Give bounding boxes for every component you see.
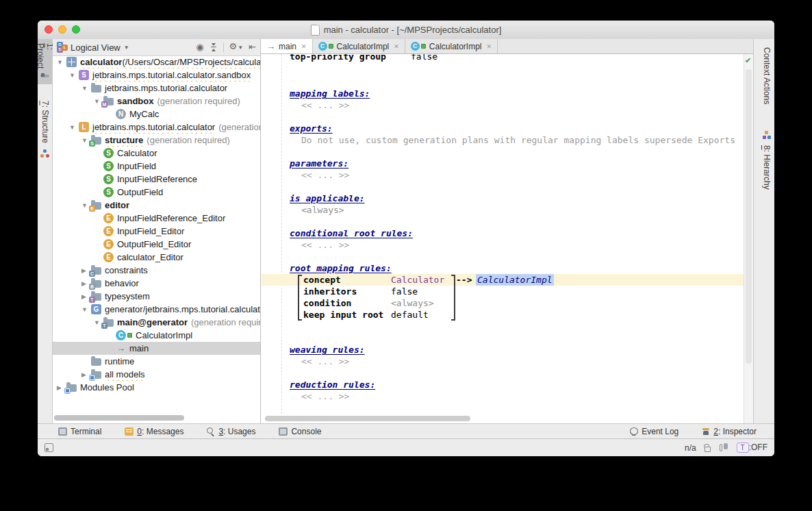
root-mapping-rule[interactable]: conceptCalculator inheritorsfalse condit… [298, 274, 572, 322]
mapping-configuration-editor[interactable]: top-priority groupfalse mapping labels: … [261, 54, 744, 414]
tree-row-editor-inputfield[interactable]: E InputField_Editor [53, 225, 260, 238]
parameters-placeholder[interactable]: << ... >> [301, 169, 349, 181]
tab-main[interactable]: → main ✕ [261, 39, 313, 53]
tree-row-behavior[interactable]: ▶ B behavior [53, 277, 260, 290]
tree-row-all-models[interactable]: ▶ all models [53, 368, 260, 381]
close-icon[interactable]: ✕ [301, 43, 307, 50]
tool-button-hierarchy[interactable]: 8: Hierarchy [757, 125, 774, 201]
view-selector[interactable]: Logical View [71, 42, 120, 53]
editor-horizontal-scrollbar[interactable] [261, 416, 744, 422]
memory-indicator[interactable]: n/a [685, 443, 696, 453]
tree-row-modules-pool[interactable]: ▶ Modules Pool [53, 381, 260, 394]
tree-row-editor-aspect[interactable]: ▼ E editor [53, 199, 260, 212]
tree-horizontal-scrollbar[interactable] [54, 415, 184, 421]
logical-view-icon: DSL [57, 42, 68, 53]
folder-icon [91, 85, 101, 92]
mapping-labels-placeholder[interactable]: << ... >> [301, 99, 349, 111]
tool-button-messages[interactable]: 0: Messages [125, 427, 183, 436]
inspector-icon [702, 427, 710, 436]
locate-icon[interactable]: ◉ [196, 42, 203, 53]
chevron-expanded-icon[interactable]: ▼ [81, 306, 91, 313]
readonly-toggle[interactable]: T:OFF [737, 443, 767, 453]
tree-row-sandbox-solution[interactable]: ▼ S jetbrains.mps.tutorial.calculator.sa… [53, 68, 260, 82]
conditional-root-rules-placeholder[interactable]: << ... >> [301, 239, 349, 251]
tool-button-console[interactable]: Console [279, 427, 321, 436]
rule-row-inheritors[interactable]: inheritorsfalse [303, 286, 418, 297]
highlighting-level-icon[interactable] [719, 443, 728, 452]
tree-row-concept-inputfield[interactable]: S InputField [53, 160, 260, 173]
solution-icon: S [79, 70, 89, 80]
tool-button-structure[interactable]: 7: Structure [38, 97, 52, 172]
chevron-expanded-icon[interactable]: ▼ [81, 85, 91, 92]
exports-header: exports: [290, 123, 333, 134]
tree-row-main-selected[interactable]: → main [53, 342, 260, 355]
chevron-expanded-icon[interactable]: ▼ [69, 124, 79, 131]
tree-row-generator[interactable]: ▼ G generator/jetbrains.mps.tutorial.cal… [53, 303, 260, 316]
chevron-expanded-icon[interactable]: ▼ [69, 72, 79, 79]
rule-arrow: --> [456, 274, 472, 286]
tree-row-structure[interactable]: ▼ S structure (generation required) [53, 134, 260, 147]
tree-row-calculator-project[interactable]: ▼ calculator (/Users/Oscar/MPSProjects/c… [53, 55, 260, 68]
generator-icon: G [91, 304, 101, 314]
chevron-expanded-icon[interactable]: ▼ [57, 59, 66, 66]
tool-window-bar: Terminal 0: Messages 3: Usages Console E… [38, 423, 774, 438]
tree-row-folder-calculator[interactable]: ▼ jetbrains.mps.tutorial.calculator [53, 82, 260, 95]
tree-row-editor-outputfield[interactable]: E OutputField_Editor [53, 238, 260, 251]
close-icon[interactable]: ✕ [394, 43, 399, 50]
project-tool-icon [40, 75, 49, 77]
class-icon: C [318, 42, 333, 51]
hierarchy-icon [763, 131, 771, 139]
root-mapping-rules-header: root mapping rules: [290, 262, 392, 274]
hide-panel-icon[interactable]: ⇤ [249, 42, 256, 53]
editor-vertical-scrollbar[interactable] [746, 69, 752, 364]
event-log-icon [630, 427, 638, 436]
tool-button-project[interactable]: 1: Project [38, 39, 52, 84]
search-icon [207, 427, 215, 436]
class-icon: C [411, 42, 426, 51]
editor-icon: E [103, 213, 114, 223]
tree-row-concept-outputfield[interactable]: S OutputField [53, 186, 260, 199]
rule-row-condition[interactable]: condition<always> [303, 297, 434, 309]
tree-row-typesystem[interactable]: ▶ T typesystem [53, 290, 260, 303]
tab-calculatorimpl-2[interactable]: C CalculatorImpl ✕ [405, 39, 498, 53]
chevron-down-icon[interactable]: ▼ [124, 45, 129, 51]
tree-row-calculatorimpl[interactable]: C CalculatorImpl [53, 329, 260, 342]
rule-row-concept[interactable]: conceptCalculator [303, 274, 444, 286]
rule-row-keep-input-root[interactable]: keep input rootdefault [303, 309, 429, 321]
toggle-tool-buttons-icon[interactable] [45, 443, 53, 452]
is-applicable-value[interactable]: <always> [301, 204, 344, 216]
tree-row-concept-calculator[interactable]: S Calculator [53, 147, 260, 160]
editor-error-stripe[interactable]: ✔ [744, 54, 753, 423]
editor-icon: E [103, 239, 114, 249]
tree-row-main-generator-model[interactable]: ▼ T main@generator (generation required) [53, 316, 260, 329]
toolbar-divider [223, 42, 224, 52]
tool-button-usages[interactable]: 3: Usages [207, 427, 255, 436]
tree-row-language[interactable]: ▼ L jetbrains.mps.tutorial.calculator (g… [53, 121, 260, 134]
tree-row-concept-inputfieldreference[interactable]: S InputFieldReference [53, 173, 260, 186]
weaving-rules-placeholder[interactable]: << ... >> [301, 356, 349, 367]
mapping-configuration-icon: → [266, 41, 275, 51]
tool-button-context-actions[interactable]: Context Actions [757, 42, 774, 117]
close-icon[interactable]: ✕ [487, 43, 492, 50]
left-tool-stripe: 1: Project 7: Structure [38, 39, 53, 423]
tool-button-event-log[interactable]: Event Log [630, 427, 678, 436]
tab-calculatorimpl-1[interactable]: C CalculatorImpl ✕ [313, 39, 405, 53]
tree-row-runtime[interactable]: runtime [53, 355, 260, 368]
editor-area: → main ✕ C CalculatorImpl ✕ C Calculator… [261, 39, 753, 423]
top-priority-group-line[interactable]: top-priority groupfalse [290, 54, 437, 62]
tree-row-constraints[interactable]: ▶ C constraints [53, 264, 260, 277]
unlock-icon[interactable] [705, 447, 711, 452]
tree-row-sandbox-model[interactable]: ▼ M sandbox (generation required) [53, 95, 260, 108]
tool-button-terminal[interactable]: Terminal [58, 427, 101, 436]
modules-pool-icon [66, 384, 77, 392]
structure-tool-icon [40, 149, 49, 158]
tool-button-inspector[interactable]: 2: Inspector [702, 427, 757, 436]
reduction-rules-placeholder[interactable]: << ... >> [301, 390, 349, 402]
concept-icon: S [103, 161, 114, 171]
tree-row-editor-inputfieldreference[interactable]: E InputFieldReference_Editor [53, 212, 260, 225]
gear-icon[interactable]: ⚙▼ [229, 41, 244, 53]
rule-target-selected[interactable]: CalculatorImpl [476, 274, 554, 286]
collapse-all-icon[interactable] [210, 43, 218, 51]
tree-row-editor-calculator[interactable]: E calculator_Editor [53, 251, 260, 264]
tree-row-mycalc[interactable]: N MyCalc [53, 108, 260, 121]
